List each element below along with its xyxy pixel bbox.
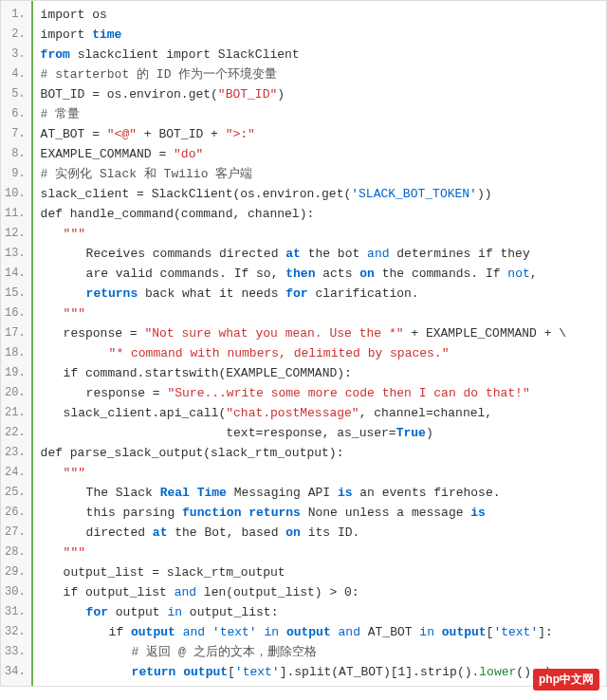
code-line: return output['text'].split(AT_BOT)[1].s… xyxy=(41,662,598,682)
code-line: if command.startswith(EXAMPLE_COMMAND): xyxy=(41,363,598,383)
code-line: """ xyxy=(41,543,598,562)
line-number: 32. xyxy=(5,622,26,642)
line-number: 33. xyxy=(5,642,26,662)
code-line: response = "Sure...write some more code … xyxy=(41,383,598,403)
line-number: 17. xyxy=(5,323,26,343)
line-number: 18. xyxy=(5,343,26,363)
line-number: 24. xyxy=(5,463,26,483)
code-line: are valid commands. If so, then acts on … xyxy=(41,264,598,284)
line-number: 6. xyxy=(5,104,26,124)
code-line: """ xyxy=(41,304,598,323)
code-line: import os xyxy=(41,5,598,25)
code-line: def parse_slack_output(slack_rtm_output)… xyxy=(41,443,598,463)
code-line: if output and 'text' in output and AT_BO… xyxy=(41,622,598,642)
code-line: for output in output_list: xyxy=(41,602,598,622)
code-line: BOT_ID = os.environ.get("BOT_ID") xyxy=(41,84,598,104)
line-number: 22. xyxy=(5,423,26,443)
code-line: """ xyxy=(41,224,598,244)
code-line: from slackclient import SlackClient xyxy=(41,45,598,64)
code-line: Receives commands directed at the bot an… xyxy=(41,244,598,264)
code-line: # 常量 xyxy=(41,104,598,124)
line-number: 29. xyxy=(5,562,26,582)
code-line: directed at the Bot, based on its ID. xyxy=(41,523,598,543)
line-number: 27. xyxy=(5,523,26,543)
line-number-gutter: 1.2.3.4.5.6.7.8.9.10.11.12.13.14.15.16.1… xyxy=(1,1,33,686)
code-line: # 返回 @ 之后的文本，删除空格 xyxy=(41,642,598,662)
code-line: # starterbot 的 ID 作为一个环境变量 xyxy=(41,64,598,84)
code-line: EXAMPLE_COMMAND = "do" xyxy=(41,144,598,164)
line-number: 11. xyxy=(5,204,26,224)
line-number: 1. xyxy=(5,5,26,25)
code-line: The Slack Real Time Messaging API is an … xyxy=(41,483,598,503)
line-number: 25. xyxy=(5,483,26,503)
line-number: 31. xyxy=(5,602,26,622)
watermark-badge: php中文网 xyxy=(533,669,599,687)
line-number: 14. xyxy=(5,264,26,284)
code-line: def handle_command(command, channel): xyxy=(41,204,598,224)
code-line: returns back what it needs for clarifica… xyxy=(41,284,598,304)
line-number: 21. xyxy=(5,403,26,423)
line-number: 34. xyxy=(5,662,26,682)
line-number: 12. xyxy=(5,224,26,244)
code-line: response = "Not sure what you mean. Use … xyxy=(41,323,598,343)
code-line: this parsing function returns None unles… xyxy=(41,503,598,523)
code-line: AT_BOT = "<@" + BOT_ID + ">:" xyxy=(41,124,598,144)
code-line: "* command with numbers, delimited by sp… xyxy=(41,343,598,363)
line-number: 23. xyxy=(5,443,26,463)
code-line: text=response, as_user=True) xyxy=(41,423,598,443)
line-number: 19. xyxy=(5,363,26,383)
code-line: if output_list and len(output_list) > 0: xyxy=(41,582,598,602)
line-number: 8. xyxy=(5,144,26,164)
code-line: slack_client = SlackClient(os.environ.ge… xyxy=(41,184,598,204)
line-number: 4. xyxy=(5,64,26,84)
line-number: 9. xyxy=(5,164,26,184)
code-line: """ xyxy=(41,463,598,483)
line-number: 16. xyxy=(5,304,26,323)
line-number: 10. xyxy=(5,184,26,204)
line-number: 26. xyxy=(5,503,26,523)
line-number: 20. xyxy=(5,383,26,403)
code-line: # 实例化 Slack 和 Twilio 客户端 xyxy=(41,164,598,184)
code-line: slack_client.api_call("chat.postMessage"… xyxy=(41,403,598,423)
code-line: output_list = slack_rtm_output xyxy=(41,562,598,582)
line-number: 3. xyxy=(5,45,26,64)
code-line: import time xyxy=(41,25,598,45)
code-block: 1.2.3.4.5.6.7.8.9.10.11.12.13.14.15.16.1… xyxy=(0,0,607,687)
line-number: 28. xyxy=(5,543,26,562)
code-content: import osimport timefrom slackclient imp… xyxy=(33,1,606,686)
line-number: 15. xyxy=(5,284,26,304)
line-number: 13. xyxy=(5,244,26,264)
line-number: 7. xyxy=(5,124,26,144)
line-number: 2. xyxy=(5,25,26,45)
line-number: 5. xyxy=(5,84,26,104)
line-number: 30. xyxy=(5,582,26,602)
